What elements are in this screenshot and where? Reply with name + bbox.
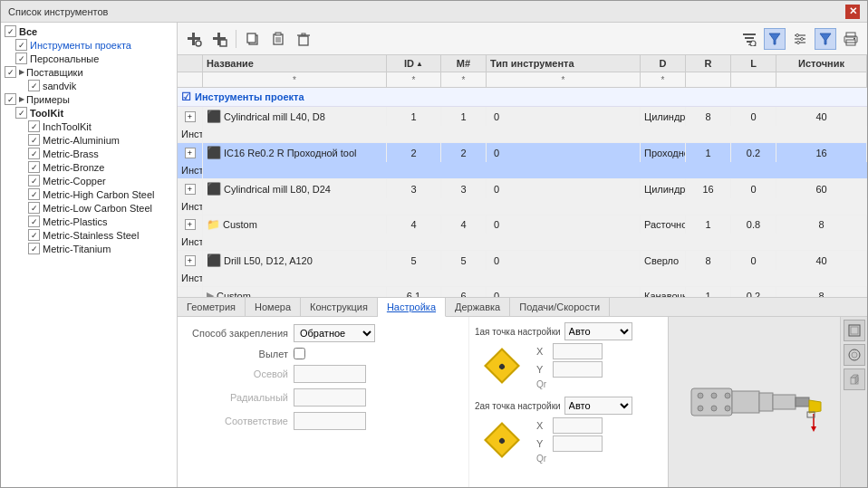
copy-button[interactable] [242,28,264,50]
td-expand-3[interactable]: + [178,179,203,198]
col-d[interactable]: D [641,55,686,72]
checkbox-metric-lowcarbon[interactable] [28,202,40,214]
tab-holder[interactable]: Державка [446,298,510,316]
expand-btn-3[interactable]: + [185,184,196,195]
paste-button[interactable] [267,28,289,50]
tab-numbers[interactable]: Номера [246,298,301,316]
table-row[interactable]: + ⬛ Cylindrical mill L40, D8 1 1 0 Цилин… [178,107,867,143]
close-button[interactable]: ✕ [845,5,860,19]
expand-btn-5[interactable]: + [185,255,196,266]
add-item-button[interactable] [208,28,230,50]
view-front-button[interactable] [844,320,865,341]
match-input[interactable]: 0 [294,412,366,430]
filter-view-button[interactable] [738,28,760,50]
checkbox-metric-brass[interactable] [28,148,40,159]
col-m[interactable]: M# [441,55,487,72]
checkbox-metric-copper[interactable] [28,175,40,187]
sidebar-item-metric-highcarbon[interactable]: Metric-High Carbon Steel [3,187,175,201]
sidebar-item-metric-stainless[interactable]: Metric-Stainless Steel [3,228,175,242]
td-id-6: 6.1 [387,287,441,297]
settings-button[interactable] [789,28,811,50]
col-l[interactable]: L [731,55,776,72]
col-name[interactable]: Название [203,55,387,72]
table-row[interactable]: + 📁 Custom 4 4 0 Расточной 1 0.8 8 Инстр… [178,215,867,251]
view-side-button[interactable] [844,344,865,366]
point1-y-input[interactable]: -0.2 [553,361,603,378]
sidebar-item-suppliers[interactable]: ▶ Поставщики [3,65,175,79]
delete-button[interactable] [293,28,314,50]
sidebar-item-metric-brass[interactable]: Metric-Brass [3,147,175,160]
filter-id-input[interactable] [391,75,437,85]
checkbox-metric-titanium[interactable] [28,243,40,254]
checkbox-metric-bronze[interactable] [28,161,40,173]
sidebar-item-metric-bronze[interactable]: Metric-Bronze [3,160,175,174]
sidebar-item-metric-copper[interactable]: Metric-Copper [3,174,175,187]
col-source[interactable]: Источник [776,55,867,72]
tab-geometry[interactable]: Геометрия [178,298,246,316]
filter-type-input[interactable] [490,75,636,85]
td-expand-2[interactable]: + [178,143,203,162]
col-type[interactable]: Тип инструмента [487,55,641,72]
checkbox-examples[interactable] [5,93,16,105]
sidebar-label-project-tools: Инструменты проекта [30,40,131,51]
checkbox-metric-stainless[interactable] [28,229,40,241]
td-expand-5[interactable]: + [178,251,203,270]
expand-btn-4[interactable]: + [185,219,196,230]
table-row-selected[interactable]: + ⬛ IC16 Re0.2 R Проходной tool 2 2 0 Пр… [178,143,867,179]
expand-btn-1[interactable]: + [185,111,196,122]
checkbox-suppliers[interactable] [5,66,16,78]
point1-mode-select[interactable]: Авто [564,322,632,340]
checkbox-toolkit[interactable] [15,107,27,119]
checkbox-project-tools[interactable] [15,39,27,51]
overhang-checkbox[interactable] [294,348,305,359]
tab-construction[interactable]: Конструкция [301,298,378,316]
checkbox-personal[interactable] [15,53,27,64]
sidebar-item-examples[interactable]: ▶ Примеры [3,92,175,106]
checkbox-sandvik[interactable] [28,80,40,91]
filter-d-input[interactable] [644,75,681,85]
expand-btn-2[interactable]: + [185,148,196,158]
checkbox-metric-plastics[interactable] [28,215,40,227]
table-scroll-area[interactable]: ☑ Инструменты проекта + ⬛ Cylindrical mi… [178,88,867,297]
checkbox-all[interactable] [5,25,16,37]
axial-input[interactable]: 15 [294,365,366,383]
checkbox-metric-highcarbon[interactable] [28,188,40,200]
add-tool-button[interactable] [183,28,205,50]
checkbox-inchtoolkit[interactable] [28,120,40,132]
tab-feed-speed[interactable]: Подачи/Скорости [510,298,610,316]
filter-button[interactable] [815,28,836,50]
point2-x-input[interactable]: 0.2 [553,417,603,434]
filter-active-button[interactable] [764,28,786,50]
sidebar-item-personal[interactable]: Персональные [3,52,175,65]
sidebar-item-toolkit[interactable]: ToolKit [3,106,175,120]
sidebar-item-metric-titanium[interactable]: Metric-Titanium [3,242,175,255]
point1-x-input[interactable]: 0.2 [553,343,603,359]
clamp-select[interactable]: Обратное [294,324,375,342]
point2-mode-select[interactable]: Авто [564,397,632,415]
radial-input[interactable]: 125 [294,388,366,407]
col-id[interactable]: ID ▲ [387,55,441,72]
sidebar-item-sandvik[interactable]: sandvik [3,79,175,92]
point2-y-input[interactable]: -0.2 [553,435,603,452]
sidebar-item-metric-plastics[interactable]: Metric-Plastics [3,215,175,228]
sidebar-item-all[interactable]: Все [3,24,175,38]
sidebar-item-metric-aluminium[interactable]: Metric-Aluminium [3,133,175,147]
filter-name [203,72,387,87]
table-row[interactable]: + ⬛ Drill L50, D12, A120 5 5 0 Сверло 8 … [178,251,867,287]
sidebar-label-metric-stainless: Metric-Stainless Steel [43,230,139,241]
td-expand-4[interactable]: + [178,215,203,234]
filter-name-input[interactable] [207,75,382,85]
print-button[interactable] [840,28,862,50]
sidebar-item-inchtoolkit[interactable]: InchToolKit [3,120,175,133]
checkbox-metric-aluminium[interactable] [28,134,40,146]
sidebar-item-project-tools[interactable]: Инструменты проекта [3,38,175,52]
col-r[interactable]: R [686,55,731,72]
view-3d-button[interactable] [844,368,865,390]
filter-m-input[interactable] [445,75,482,85]
table-row[interactable]: ▶ Custom 6.1 6 0 Канавочный 1 0.2 8 Инст… [178,287,867,297]
tab-settings[interactable]: Настройка [378,298,446,317]
td-id-1: 1 [387,107,441,126]
td-expand-1[interactable]: + [178,107,203,126]
table-row[interactable]: + ⬛ Cylindrical mill L80, D24 3 3 0 Цили… [178,179,867,215]
sidebar-item-metric-lowcarbon[interactable]: Metric-Low Carbon Steel [3,201,175,215]
